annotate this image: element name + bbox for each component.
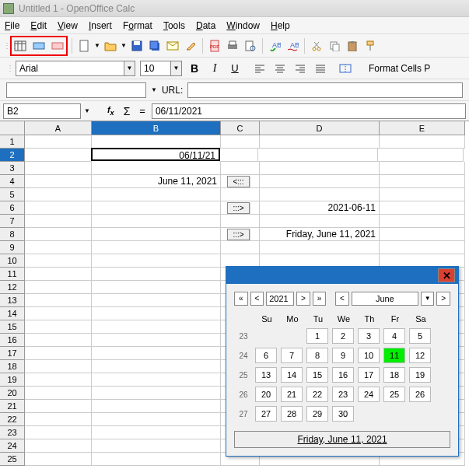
dropdown-icon[interactable]: ▼	[151, 86, 157, 93]
cell-C5[interactable]	[221, 188, 260, 201]
cellref-dropdown-icon[interactable]: ▼	[84, 107, 90, 114]
cell-E3[interactable]	[380, 162, 465, 175]
cell-B3[interactable]	[92, 162, 221, 175]
month-dropdown-button[interactable]: ▼	[421, 292, 435, 306]
calendar-day-15[interactable]: 15	[306, 367, 328, 383]
arrow-button[interactable]: :::>	[227, 229, 249, 240]
calendar-day-23[interactable]: 23	[332, 387, 354, 402]
italic-icon[interactable]: I	[207, 61, 222, 76]
new-doc-icon[interactable]	[76, 38, 92, 54]
cell-B21[interactable]	[92, 400, 221, 413]
calendar-day-4[interactable]: 4	[383, 328, 405, 344]
cell-B10[interactable]	[92, 254, 221, 268]
calendar-day-22[interactable]: 22	[306, 387, 328, 402]
row-header-2[interactable]: 2	[0, 149, 25, 162]
calendar-day-2[interactable]: 2	[332, 328, 354, 344]
cell-E8[interactable]	[380, 228, 465, 241]
url-input[interactable]	[187, 82, 463, 98]
cell-D1[interactable]	[260, 135, 380, 149]
cut-icon[interactable]	[309, 38, 324, 54]
cell-A16[interactable]	[25, 334, 92, 347]
cell-D4[interactable]	[260, 175, 380, 188]
calendar-day-12[interactable]: 12	[409, 348, 431, 363]
align-justify-icon[interactable]	[313, 61, 328, 76]
row-header-14[interactable]: 14	[0, 307, 25, 320]
calendar-day-10[interactable]: 10	[358, 348, 380, 363]
menu-format[interactable]: Format	[123, 20, 152, 31]
calendar-day-3[interactable]: 3	[358, 328, 380, 344]
row-header-22[interactable]: 22	[0, 413, 25, 426]
cell-B7[interactable]	[92, 215, 221, 228]
cell-A22[interactable]	[25, 413, 92, 426]
calendar-day-27[interactable]: 27	[255, 406, 277, 422]
save-all-icon[interactable]	[147, 38, 163, 54]
calendar-day-16[interactable]: 16	[332, 367, 354, 383]
spellcheck-icon[interactable]: ABC	[267, 38, 282, 54]
cell-D7[interactable]	[260, 215, 380, 228]
cell-B16[interactable]	[92, 334, 221, 347]
export-pdf-icon[interactable]: PDF	[207, 38, 222, 54]
row-header-16[interactable]: 16	[0, 334, 25, 347]
cell-A8[interactable]	[25, 228, 92, 241]
cell-A6[interactable]	[25, 201, 92, 215]
cell-B24[interactable]	[92, 439, 221, 453]
menu-file[interactable]: File	[5, 20, 19, 31]
cell-D9[interactable]	[260, 241, 380, 254]
mail-icon[interactable]	[165, 38, 180, 54]
year-next-button[interactable]: >	[296, 292, 310, 306]
year-last-button[interactable]: »	[313, 292, 327, 306]
row-header-24[interactable]: 24	[0, 439, 25, 453]
menu-insert[interactable]: Insert	[89, 20, 112, 31]
calendar-btn-2[interactable]	[31, 38, 47, 54]
row-header-25[interactable]: 25	[0, 453, 25, 466]
menu-tools[interactable]: Tools	[163, 20, 185, 31]
cell-B22[interactable]	[92, 413, 221, 426]
cell-A23[interactable]	[25, 426, 92, 439]
toolbar-grip[interactable]: ⋮⋮	[6, 66, 11, 70]
cell-E5[interactable]	[380, 188, 465, 201]
edit-icon[interactable]	[183, 38, 198, 54]
calendar-day-29[interactable]: 29	[306, 406, 328, 422]
cell-B17[interactable]	[92, 347, 221, 360]
bold-icon[interactable]: B	[187, 61, 202, 76]
underline-icon[interactable]: U	[227, 61, 243, 76]
cell-A10[interactable]	[25, 254, 92, 268]
row-header-7[interactable]: 7	[0, 215, 25, 228]
cell-C7[interactable]	[221, 215, 260, 228]
font-name-input[interactable]	[16, 61, 124, 76]
cell-D6[interactable]: 2021-06-11	[260, 201, 380, 215]
column-header-B[interactable]: B	[92, 121, 221, 135]
cell-D8[interactable]: Friday, June 11, 2021	[260, 228, 380, 241]
cell-B25[interactable]	[92, 453, 221, 466]
calendar-day-18[interactable]: 18	[383, 367, 405, 383]
cell-B11[interactable]	[92, 268, 221, 281]
cell-A2[interactable]	[25, 149, 92, 162]
cell-A7[interactable]	[25, 215, 92, 228]
menu-help[interactable]: Help	[271, 20, 290, 31]
cell-B9[interactable]	[92, 241, 221, 254]
cell-A5[interactable]	[25, 188, 92, 201]
sum-icon[interactable]: Σ	[124, 105, 131, 117]
calendar-day-8[interactable]: 8	[306, 348, 328, 363]
select-all-corner[interactable]	[0, 121, 25, 135]
cell-A19[interactable]	[25, 373, 92, 387]
cell-E2[interactable]	[378, 149, 464, 162]
calendar-day-26[interactable]: 26	[409, 387, 431, 402]
url-name-input[interactable]	[6, 82, 146, 98]
calendar-day-24[interactable]: 24	[358, 387, 380, 402]
cell-C1[interactable]	[221, 135, 260, 149]
row-header-1[interactable]: 1	[0, 135, 25, 149]
cell-A15[interactable]	[25, 320, 92, 334]
cell-A4[interactable]	[25, 175, 92, 188]
cell-B1[interactable]	[92, 135, 221, 149]
calendar-day-9[interactable]: 9	[332, 348, 354, 363]
align-center-icon[interactable]	[272, 61, 288, 76]
font-name-dropdown[interactable]: ▼	[124, 61, 135, 76]
cell-E7[interactable]	[380, 215, 465, 228]
cell-B12[interactable]	[92, 281, 221, 294]
calendar-titlebar[interactable]: ✕	[226, 267, 458, 284]
row-header-12[interactable]: 12	[0, 281, 25, 294]
print-preview-icon[interactable]	[243, 38, 258, 54]
cell-D3[interactable]	[260, 162, 380, 175]
calendar-day-6[interactable]: 6	[255, 348, 277, 363]
